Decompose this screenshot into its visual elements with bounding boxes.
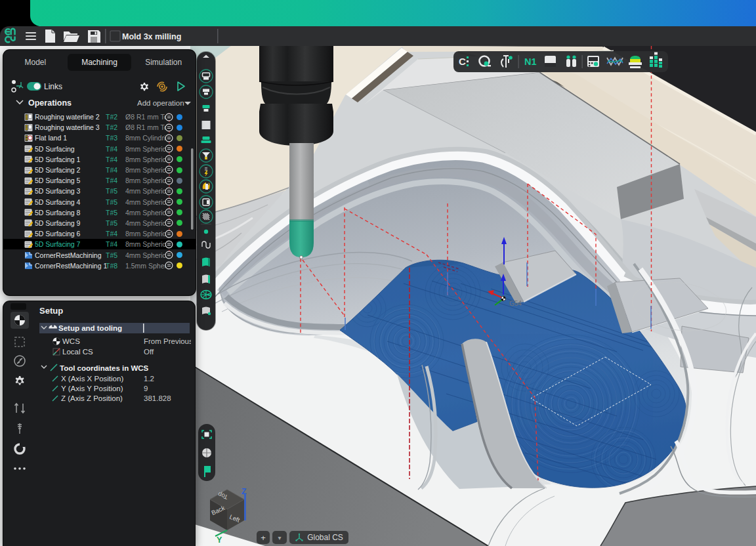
svg-text:From Previous: From Previous bbox=[144, 337, 191, 345]
svg-text:Z (Axis Z Position): Z (Axis Z Position) bbox=[61, 394, 123, 402]
svg-text:C: C bbox=[459, 56, 466, 67]
svg-text:N1: N1 bbox=[524, 56, 537, 67]
svg-text:Operations: Operations bbox=[28, 98, 72, 108]
svg-text:Y: Y bbox=[217, 536, 222, 545]
svg-text:X (Axis X Position): X (Axis X Position) bbox=[61, 375, 123, 383]
svg-text:Y (Axis Y Position): Y (Axis Y Position) bbox=[61, 385, 123, 392]
svg-text:Local CS: Local CS bbox=[62, 348, 93, 356]
svg-text:1.2: 1.2 bbox=[144, 375, 154, 383]
svg-text:381.828: 381.828 bbox=[144, 394, 171, 402]
svg-text:Z: Z bbox=[242, 487, 247, 496]
svg-text:Setup and tooling: Setup and tooling bbox=[58, 324, 122, 332]
svg-text:9: 9 bbox=[144, 385, 148, 392]
svg-text:Links: Links bbox=[44, 82, 62, 91]
svg-text:Mold 3x milling: Mold 3x milling bbox=[122, 32, 181, 41]
svg-text:G54: G54 bbox=[509, 300, 522, 307]
svg-text:Add operation: Add operation bbox=[137, 99, 184, 107]
svg-text:WCS: WCS bbox=[62, 337, 80, 345]
svg-text:Tool coordinates in WCS: Tool coordinates in WCS bbox=[60, 364, 149, 372]
svg-text:Off: Off bbox=[144, 348, 154, 356]
